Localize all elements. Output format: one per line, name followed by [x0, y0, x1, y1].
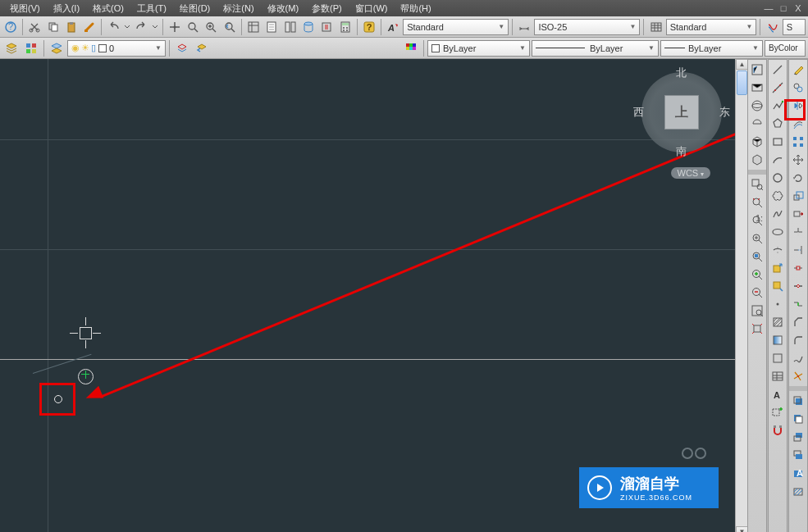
- ellipse-arc-icon[interactable]: [769, 242, 786, 258]
- insert-block-icon[interactable]: [769, 260, 786, 276]
- text-style-combo[interactable]: Standard▼: [403, 19, 509, 35]
- make-block-icon[interactable]: [769, 278, 786, 294]
- menu-tools[interactable]: 工具(T): [130, 1, 173, 16]
- revcloud-icon[interactable]: [769, 188, 786, 204]
- zoom-window-icon[interactable]: [749, 176, 765, 193]
- draworder-hatch-icon[interactable]: [790, 483, 806, 499]
- zoom-all-icon[interactable]: [749, 302, 765, 319]
- draworder-text-icon[interactable]: A: [790, 465, 806, 481]
- textstyle-icon[interactable]: A: [385, 18, 401, 36]
- scroll-up-button[interactable]: ▲: [736, 59, 747, 70]
- zoom-ext-icon[interactable]: [749, 321, 765, 337]
- trim-icon[interactable]: [790, 224, 806, 240]
- viewcube-north[interactable]: 北: [676, 66, 687, 80]
- move-icon[interactable]: [790, 152, 806, 168]
- menu-format[interactable]: 格式(O): [86, 1, 130, 16]
- menu-dim[interactable]: 标注(N): [217, 1, 260, 16]
- join-icon[interactable]: [790, 296, 806, 312]
- menu-modify[interactable]: 修改(M): [261, 1, 306, 16]
- layer-combo[interactable]: ◉ ☀ ▯ 0 ▼: [67, 40, 166, 57]
- fillet-icon[interactable]: [790, 332, 806, 348]
- layermanager-icon[interactable]: [2, 39, 21, 57]
- pan-icon[interactable]: [167, 18, 183, 36]
- layerstates-icon[interactable]: [48, 39, 66, 57]
- table-style-combo[interactable]: Standard▼: [666, 19, 757, 35]
- undo-icon[interactable]: [105, 18, 121, 36]
- properties-icon[interactable]: [245, 18, 262, 36]
- menu-param[interactable]: 参数(P): [305, 1, 349, 16]
- draworder-back-icon[interactable]: [790, 411, 806, 427]
- explode-icon[interactable]: [790, 368, 806, 384]
- viewcube-east[interactable]: 东: [719, 105, 730, 120]
- menu-view[interactable]: 视图(V): [3, 1, 47, 16]
- ucs-icon[interactable]: [749, 61, 765, 78]
- color-combo[interactable]: ByLayer ▼: [427, 40, 530, 57]
- view-ext-icon[interactable]: [749, 152, 765, 168]
- polygon-icon[interactable]: [769, 116, 786, 132]
- redo-drop-icon[interactable]: [151, 18, 158, 36]
- dbconnect-icon[interactable]: [300, 18, 317, 36]
- stretch-icon[interactable]: [790, 206, 806, 222]
- vertical-scrollbar[interactable]: ▲ ▼: [735, 59, 747, 532]
- view-cube[interactable]: 上 北 南 西 东: [637, 67, 727, 157]
- zoom-center-icon[interactable]: [749, 230, 765, 247]
- scroll-down-button[interactable]: ▼: [736, 526, 747, 532]
- viewcube-south[interactable]: 南: [676, 144, 687, 159]
- point-icon[interactable]: [769, 296, 786, 312]
- magnet-icon[interactable]: [769, 422, 786, 439]
- qnew-icon[interactable]: ?: [2, 18, 19, 36]
- draworder-above-icon[interactable]: [790, 429, 806, 445]
- draworder-front-icon[interactable]: [790, 393, 806, 409]
- minimize-button[interactable]: —: [762, 2, 775, 14]
- zoom-in-icon[interactable]: [749, 266, 765, 283]
- zoom-prev-icon[interactable]: [221, 18, 238, 36]
- rectangle-icon[interactable]: [769, 134, 786, 150]
- ellipse-icon[interactable]: [769, 224, 786, 240]
- table-icon[interactable]: [769, 368, 786, 384]
- view-3d-icon[interactable]: [749, 98, 765, 114]
- addselect-icon[interactable]: [769, 404, 786, 421]
- help-icon[interactable]: ?: [361, 18, 377, 36]
- matchprop-icon[interactable]: [81, 18, 98, 36]
- chamfer-icon[interactable]: [790, 314, 806, 330]
- break-point-icon[interactable]: [790, 260, 806, 276]
- spline-icon[interactable]: [769, 206, 786, 222]
- zoom-object-icon[interactable]: [749, 248, 765, 265]
- restore-button[interactable]: □: [777, 2, 790, 14]
- menu-help[interactable]: 帮助(H): [394, 1, 437, 16]
- array-icon[interactable]: [790, 134, 806, 150]
- markup-icon[interactable]: [318, 18, 335, 36]
- toolpalette-icon[interactable]: [281, 18, 298, 36]
- scale-icon[interactable]: [790, 188, 806, 204]
- view-iso-icon[interactable]: [749, 134, 765, 150]
- zoom-realtime-icon[interactable]: [185, 18, 201, 36]
- wcs-badge[interactable]: WCS ▾: [671, 167, 710, 179]
- menu-insert[interactable]: 插入(I): [47, 1, 86, 16]
- scroll-thumb[interactable]: [737, 70, 747, 95]
- close-button[interactable]: X: [792, 2, 805, 14]
- zoom-window-icon[interactable]: [203, 18, 219, 36]
- extend-icon[interactable]: [790, 242, 806, 258]
- gradient-icon[interactable]: [769, 332, 786, 348]
- blend-icon[interactable]: [790, 350, 806, 366]
- view-top-icon[interactable]: [749, 116, 765, 132]
- redo-icon[interactable]: [133, 18, 149, 36]
- tablestyle-icon[interactable]: [647, 18, 664, 36]
- color-picker-icon[interactable]: [402, 39, 420, 57]
- zoom-out-icon[interactable]: [749, 284, 765, 301]
- viewcube-top-face[interactable]: 上: [664, 95, 699, 130]
- draworder-under-icon[interactable]: [790, 447, 806, 463]
- plot-color-combo[interactable]: ByColor: [765, 40, 806, 57]
- copy-icon[interactable]: [45, 18, 62, 36]
- viewcube-west[interactable]: 西: [633, 105, 644, 120]
- menu-window[interactable]: 窗口(W): [349, 1, 395, 16]
- view-named-icon[interactable]: [749, 80, 765, 96]
- copy-entity-icon[interactable]: [790, 80, 806, 96]
- dim-style-combo[interactable]: ISO-25▼: [534, 19, 640, 35]
- linetype-combo[interactable]: ByLayer ▼: [532, 40, 659, 57]
- menu-draw[interactable]: 绘图(D): [173, 1, 217, 16]
- cut-icon[interactable]: [26, 18, 43, 36]
- line-icon[interactable]: [769, 61, 786, 78]
- arc-icon[interactable]: [769, 152, 786, 168]
- lineweight-combo[interactable]: ByLayer ▼: [660, 40, 763, 57]
